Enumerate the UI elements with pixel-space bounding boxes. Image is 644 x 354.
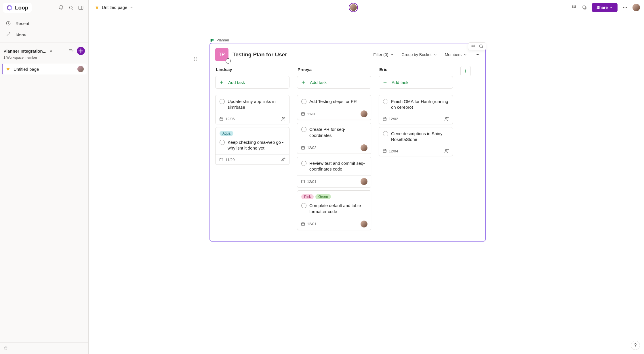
- task-card[interactable]: Update shiny app links in simrbase12/06: [215, 95, 289, 124]
- due-date[interactable]: 12/01: [301, 179, 317, 184]
- task-title: Complete default and table formatter cod…: [309, 203, 367, 215]
- svg-point-17: [194, 60, 195, 61]
- nav-ideas[interactable]: Ideas: [2, 29, 87, 40]
- more-icon[interactable]: [622, 5, 628, 10]
- bucket-title[interactable]: Preeya: [297, 67, 371, 72]
- copy-component-icon[interactable]: [479, 44, 484, 49]
- task-checkbox[interactable]: [383, 131, 388, 136]
- calendar-icon: [301, 222, 305, 226]
- main: Untitled page Share Planner: [89, 0, 644, 354]
- notifications-icon[interactable]: [58, 5, 64, 11]
- svg-rect-19: [211, 39, 212, 41]
- panels-icon[interactable]: [78, 5, 84, 11]
- assign-person-icon[interactable]: [444, 116, 449, 122]
- svg-point-22: [473, 45, 473, 45]
- lightbulb-icon: [6, 32, 11, 37]
- filter-button[interactable]: Filter (0): [373, 52, 394, 57]
- task-checkbox[interactable]: [301, 99, 306, 104]
- svg-rect-34: [220, 158, 223, 161]
- trash-icon[interactable]: [3, 346, 8, 351]
- calendar-icon: [382, 149, 387, 153]
- workspace-name[interactable]: Planner Integration...: [3, 49, 46, 53]
- add-task-button[interactable]: Add task: [297, 76, 371, 89]
- svg-point-45: [445, 149, 447, 151]
- task-checkbox[interactable]: [383, 99, 388, 104]
- bucket-title[interactable]: Eric: [379, 67, 453, 72]
- tag[interactable]: Pink: [301, 194, 314, 199]
- copy-component-icon[interactable]: [582, 5, 587, 10]
- bucket-column: EricAdd taskFinish OMA for Hanh (running…: [379, 67, 453, 159]
- page-title: Untitled page: [102, 5, 127, 10]
- members-button[interactable]: Members: [445, 52, 467, 57]
- apps-icon[interactable]: [470, 44, 476, 49]
- chevron-down-icon: [609, 6, 613, 9]
- apps-icon[interactable]: [571, 5, 577, 10]
- bucket-title[interactable]: Lindsay: [215, 67, 289, 72]
- nav-recent[interactable]: Recent: [2, 18, 87, 29]
- svg-point-29: [477, 54, 478, 55]
- list-view-icon[interactable]: [68, 48, 74, 54]
- planner-logo-icon: [210, 38, 214, 42]
- add-task-label: Add task: [310, 80, 327, 85]
- task-checkbox[interactable]: [301, 127, 306, 132]
- due-date[interactable]: 11/29: [219, 157, 235, 162]
- add-page-button[interactable]: [77, 47, 85, 55]
- assign-person-icon[interactable]: [444, 148, 449, 154]
- svg-point-21: [472, 45, 472, 45]
- task-checkbox[interactable]: [220, 99, 225, 104]
- svg-point-0: [69, 6, 72, 9]
- brand-button[interactable]: Loop: [3, 3, 32, 13]
- due-date[interactable]: 12/06: [219, 117, 235, 121]
- assignee-avatar[interactable]: [361, 221, 367, 227]
- info-icon[interactable]: i: [226, 58, 231, 64]
- add-task-button[interactable]: Add task: [379, 76, 453, 89]
- due-date[interactable]: 12/02: [382, 117, 398, 121]
- presence-avatar[interactable]: [349, 3, 358, 12]
- task-checkbox[interactable]: [301, 161, 306, 166]
- due-date[interactable]: 12/04: [382, 149, 398, 153]
- plan-tile[interactable]: TP i: [215, 48, 228, 61]
- due-date[interactable]: 11/30: [301, 112, 317, 116]
- search-icon[interactable]: [68, 5, 74, 11]
- more-icon[interactable]: [475, 52, 480, 57]
- task-card[interactable]: PinkGreenComplete default and table form…: [297, 190, 371, 230]
- assignee-avatar[interactable]: [361, 178, 367, 185]
- task-checkbox[interactable]: [301, 203, 306, 208]
- due-date[interactable]: 12/01: [301, 222, 317, 226]
- assignee-avatar[interactable]: [361, 110, 367, 117]
- plan-title[interactable]: Testing Plan for User: [233, 51, 287, 58]
- chevron-down-icon: [433, 53, 437, 57]
- add-task-label: Add task: [392, 80, 408, 85]
- svg-point-14: [196, 57, 197, 58]
- task-card[interactable]: Finish OMA for Hanh (running on cerebro)…: [379, 95, 453, 124]
- sidebar-page-row[interactable]: Untitled page: [2, 64, 87, 74]
- task-title: Keep checking oma-web go - why isnt it d…: [228, 139, 285, 151]
- page-title-dropdown[interactable]: Untitled page: [93, 4, 135, 11]
- calendar-icon: [382, 117, 387, 121]
- task-card[interactable]: AquaKeep checking oma-web go - why isnt …: [215, 127, 289, 165]
- task-checkbox[interactable]: [220, 140, 225, 145]
- page-icon: [94, 5, 100, 10]
- plus-icon: [463, 68, 468, 74]
- plus-icon: [382, 80, 388, 85]
- drag-handle-icon[interactable]: [194, 57, 197, 61]
- add-bucket-button[interactable]: [460, 66, 471, 76]
- svg-rect-44: [383, 150, 386, 152]
- assign-person-icon[interactable]: [281, 157, 286, 162]
- assign-person-icon[interactable]: [281, 116, 286, 122]
- assignee-avatar[interactable]: [361, 144, 367, 151]
- svg-point-6: [572, 7, 573, 8]
- help-button[interactable]: ?: [631, 341, 640, 350]
- tag[interactable]: Aqua: [220, 131, 233, 136]
- share-button[interactable]: Share: [592, 3, 618, 12]
- tag[interactable]: Green: [315, 194, 331, 199]
- group-by-button[interactable]: Group by Bucket: [401, 52, 437, 57]
- task-card[interactable]: Gene descriptions in Shiny RosettaStone1…: [379, 127, 453, 156]
- account-avatar[interactable]: [632, 4, 640, 11]
- add-task-button[interactable]: Add task: [215, 76, 289, 89]
- task-card[interactable]: Create PR for seq-coordinates12/02: [297, 123, 371, 154]
- task-card[interactable]: Review test and commit seq-coordinates c…: [297, 157, 371, 188]
- task-card[interactable]: Add Testing steps for PR11/30: [297, 95, 371, 120]
- due-date[interactable]: 12/02: [301, 146, 317, 150]
- chevron-updown-icon[interactable]: [49, 49, 53, 53]
